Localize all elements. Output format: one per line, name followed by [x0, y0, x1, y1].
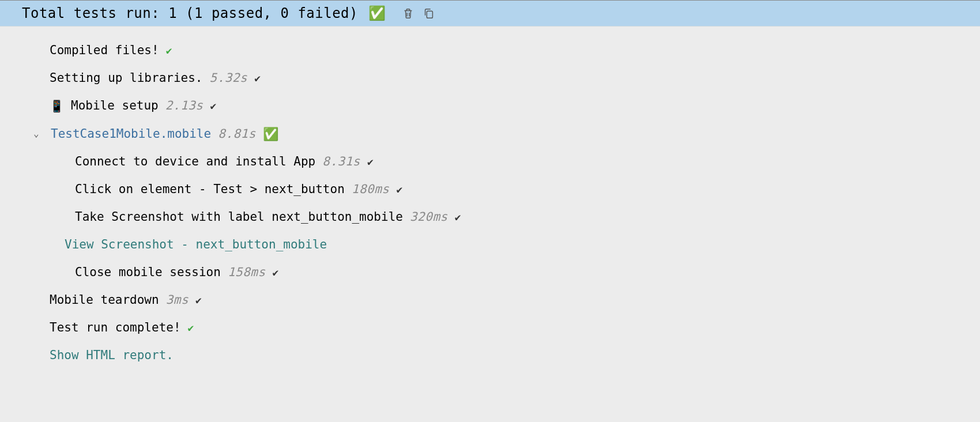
- time-label: 320ms: [410, 206, 448, 229]
- summary-header: Total tests run: 1 (1 passed, 0 failed) …: [0, 1, 980, 27]
- check-icon: ✔: [195, 291, 202, 310]
- log-text: Test run complete!: [50, 316, 181, 340]
- check-icon: ✔: [210, 96, 216, 116]
- check-icon: ✔: [188, 318, 194, 338]
- check-icon: ✔: [166, 41, 172, 61]
- copy-icon[interactable]: [423, 6, 435, 20]
- log-text: Close mobile session: [75, 261, 221, 284]
- log-step-click: Click on element - Test > next_button 18…: [12, 176, 968, 204]
- log-text: Compiled files!: [50, 39, 159, 62]
- chevron-down-icon[interactable]: ⌄: [33, 125, 44, 142]
- check-emoji-icon: ✅: [368, 5, 386, 21]
- log-step-close: Close mobile session 158ms ✔: [12, 259, 968, 287]
- log-text: Mobile setup: [71, 95, 159, 118]
- check-icon: ✔: [397, 180, 403, 199]
- header-actions: [402, 6, 435, 20]
- log-compiled: Compiled files! ✔: [12, 37, 968, 65]
- check-emoji-icon: ✅: [263, 122, 278, 146]
- log-text: Take Screenshot with label next_button_m…: [75, 206, 403, 229]
- check-icon: ✔: [455, 208, 461, 227]
- time-label: 5.32s: [210, 67, 248, 90]
- time-label: 3ms: [166, 289, 189, 312]
- check-icon: ✔: [254, 69, 261, 88]
- log-text: Mobile teardown: [50, 289, 159, 312]
- time-label: 180ms: [352, 178, 390, 201]
- link-text[interactable]: View Screenshot - next_button_mobile: [65, 233, 327, 257]
- log-step-connect: Connect to device and install App 8.31s …: [12, 148, 968, 176]
- check-icon: ✔: [273, 263, 279, 282]
- check-icon: ✔: [367, 152, 374, 172]
- log-text: Click on element - Test > next_button: [75, 178, 345, 201]
- log-setup-libs: Setting up libraries. 5.32s ✔: [12, 65, 968, 92]
- log-complete: Test run complete! ✔: [12, 314, 968, 342]
- time-label: 2.13s: [165, 95, 203, 118]
- trash-icon[interactable]: [402, 6, 414, 20]
- time-label: 8.81s: [218, 123, 256, 146]
- time-label: 158ms: [228, 261, 266, 284]
- log-output: Compiled files! ✔ Setting up libraries. …: [0, 27, 980, 380]
- link-text[interactable]: Show HTML report.: [50, 344, 174, 367]
- view-screenshot-link[interactable]: View Screenshot - next_button_mobile: [12, 231, 968, 259]
- log-text: Connect to device and install App: [75, 150, 315, 174]
- show-report-link[interactable]: Show HTML report.: [12, 342, 968, 370]
- testcase-name[interactable]: TestCase1Mobile.mobile: [51, 123, 211, 146]
- summary-text: Total tests run: 1 (1 passed, 0 failed): [22, 5, 358, 21]
- log-mobile-setup: 📱 Mobile setup 2.13s ✔: [12, 92, 968, 120]
- svg-rect-0: [427, 11, 432, 18]
- log-text: Setting up libraries.: [50, 67, 203, 90]
- log-testcase-row[interactable]: ⌄ TestCase1Mobile.mobile 8.81s ✅: [12, 120, 968, 149]
- log-teardown: Mobile teardown 3ms ✔: [12, 287, 968, 314]
- mobile-icon: 📱: [50, 95, 64, 117]
- log-step-screenshot: Take Screenshot with label next_button_m…: [12, 204, 968, 231]
- time-label: 8.31s: [322, 150, 360, 174]
